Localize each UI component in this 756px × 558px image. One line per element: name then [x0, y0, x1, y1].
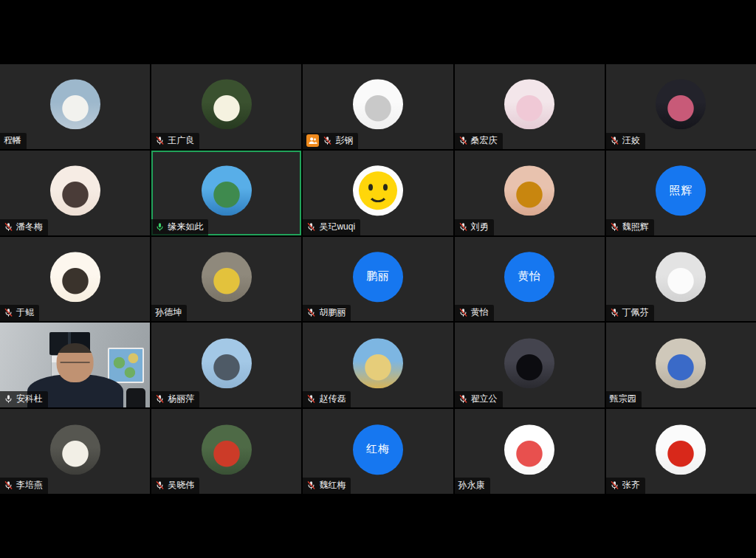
- nameplate: 魏红梅: [303, 478, 351, 494]
- participant-tile[interactable]: 彭钢: [303, 64, 453, 149]
- avatar: 照辉: [656, 165, 706, 216]
- avatar-initials: 鹏丽: [366, 270, 390, 284]
- participant-tile[interactable]: 孙德坤: [151, 237, 301, 322]
- nameplate: 黄怡: [455, 305, 494, 321]
- mic-muted-icon: [458, 308, 468, 317]
- participant-tile[interactable]: 黄怡黄怡: [455, 237, 605, 322]
- avatar: [353, 338, 403, 388]
- participant-name: 刘勇: [471, 221, 489, 233]
- participant-name: 程幡: [4, 134, 21, 147]
- nameplate: 赵传磊: [303, 391, 351, 407]
- participant-tile[interactable]: 红梅魏红梅: [303, 409, 453, 494]
- smiley-face-icon: [359, 171, 397, 210]
- participant-tile[interactable]: 李培燕: [0, 409, 150, 494]
- nameplate: 李培燕: [0, 478, 48, 494]
- nameplate: 甄宗园: [606, 391, 642, 407]
- mic-muted-icon: [4, 308, 13, 317]
- wall-map: [108, 348, 144, 383]
- participant-name: 胡鹏丽: [319, 306, 346, 319]
- mic-speaking-icon: [155, 222, 165, 232]
- avatar: 红梅: [353, 424, 403, 475]
- participant-tile[interactable]: 甄宗园: [606, 323, 756, 407]
- mic-muted-icon: [323, 136, 332, 145]
- nameplate: 汪姣: [606, 133, 645, 149]
- participant-name: 孙永康: [458, 479, 485, 492]
- participant-tile[interactable]: 安科杜: [0, 323, 150, 407]
- participant-name: 彭钢: [335, 134, 353, 147]
- participant-tile[interactable]: 于鲲: [0, 237, 150, 322]
- participant-tile[interactable]: 吴玘wuqi: [303, 151, 453, 235]
- nameplate: 桑宏庆: [455, 133, 503, 149]
- nameplate: 彭钢: [303, 133, 358, 149]
- mic-muted-icon: [458, 222, 468, 232]
- person-badge-icon: [306, 134, 319, 147]
- avatar: [202, 252, 252, 302]
- mic-muted-icon: [610, 136, 619, 145]
- participant-tile[interactable]: 张齐: [606, 409, 756, 494]
- mic-muted-icon: [610, 222, 619, 232]
- participant-tile[interactable]: 汪姣: [606, 64, 756, 149]
- nameplate: 丁佩芬: [606, 305, 654, 321]
- avatar: [202, 165, 252, 216]
- nameplate: 杨丽萍: [151, 391, 199, 407]
- nameplate: 张齐: [606, 478, 645, 494]
- avatar: [202, 80, 252, 130]
- avatar: [50, 252, 100, 302]
- mic-muted-icon: [306, 480, 316, 490]
- participant-tile[interactable]: 丁佩芬: [606, 237, 756, 322]
- participant-name: 安科杜: [16, 393, 43, 405]
- kettle: [126, 388, 145, 407]
- nameplate: 魏照辉: [606, 219, 654, 235]
- mic-muted-icon: [610, 480, 619, 490]
- mic-on-icon: [4, 394, 13, 404]
- participant-tile[interactable]: 孙永康: [455, 409, 605, 494]
- participant-tile[interactable]: 桑宏庆: [455, 64, 605, 149]
- participant-name: 缘来如此: [168, 221, 203, 233]
- participant-tile[interactable]: 潘冬梅: [0, 151, 150, 235]
- avatar: [656, 80, 706, 130]
- avatar: [504, 165, 554, 216]
- participant-name: 赵传磊: [319, 393, 346, 405]
- mic-muted-icon: [4, 480, 13, 490]
- mic-muted-icon: [610, 308, 619, 317]
- nameplate: 刘勇: [455, 219, 494, 235]
- mic-muted-icon: [155, 480, 165, 490]
- nameplate: 程幡: [0, 133, 27, 149]
- nameplate: 于鲲: [0, 305, 39, 321]
- avatar: [353, 165, 403, 216]
- avatar: [504, 424, 554, 475]
- participant-tile[interactable]: 鹏丽胡鹏丽: [303, 237, 453, 322]
- participant-tile[interactable]: 缘来如此: [151, 151, 301, 235]
- avatar: 黄怡: [504, 252, 554, 302]
- nameplate: 孙永康: [455, 478, 490, 494]
- avatar: [656, 424, 706, 475]
- avatar: [50, 165, 100, 216]
- avatar: [504, 338, 554, 388]
- participant-name: 魏照辉: [622, 221, 649, 233]
- avatar: [50, 424, 100, 475]
- mic-muted-icon: [155, 394, 165, 404]
- participant-tile[interactable]: 刘勇: [455, 151, 605, 235]
- participant-tile[interactable]: 杨丽萍: [151, 323, 301, 407]
- avatar: [656, 252, 706, 302]
- participant-name: 杨丽萍: [168, 393, 194, 405]
- participant-name: 于鲲: [16, 306, 34, 319]
- nameplate: 缘来如此: [151, 219, 208, 235]
- participant-name: 魏红梅: [319, 479, 346, 492]
- participant-tile[interactable]: 赵传磊: [303, 323, 453, 407]
- participant-tile[interactable]: 照辉魏照辉: [606, 151, 756, 235]
- participant-tile[interactable]: 翟立公: [455, 323, 605, 407]
- participant-name: 吴晓伟: [168, 479, 194, 492]
- participant-tile[interactable]: 吴晓伟: [151, 409, 301, 494]
- mic-muted-icon: [458, 136, 468, 145]
- participant-tile[interactable]: 程幡: [0, 64, 150, 149]
- participant-tile[interactable]: 王广良: [151, 64, 301, 149]
- nameplate: 吴玘wuqi: [303, 219, 360, 235]
- nameplate: 潘冬梅: [0, 219, 48, 235]
- participant-name: 桑宏庆: [471, 134, 498, 147]
- meeting-window: 程幡王广良彭钢桑宏庆汪姣潘冬梅缘来如此吴玘wuqi刘勇照辉魏照辉于鲲孙德坤鹏丽胡…: [0, 0, 756, 558]
- nameplate: 安科杜: [0, 391, 48, 407]
- participant-name: 丁佩芬: [622, 306, 649, 319]
- nameplate: 王广良: [151, 133, 199, 149]
- mic-muted-icon: [306, 308, 316, 317]
